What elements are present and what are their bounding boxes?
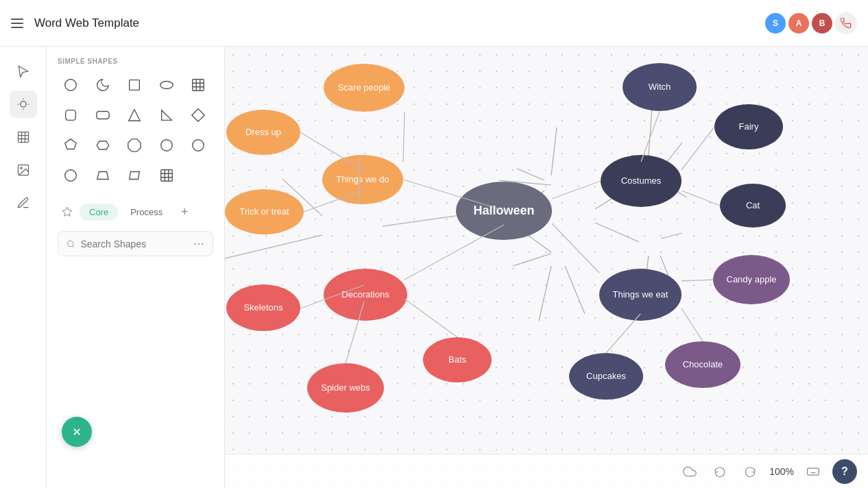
menu-button[interactable] (11, 19, 23, 28)
svg-line-21 (539, 266, 551, 321)
svg-point-11 (193, 140, 204, 151)
node-halloween[interactable]: Halloween (456, 182, 552, 240)
more-options-button[interactable]: ⋯ (193, 237, 204, 250)
node-spider-webs[interactable]: Spider webs (307, 363, 384, 413)
node-cat[interactable]: Cat (720, 184, 786, 228)
bottom-bar: 100% ? (225, 454, 868, 488)
avatar-2[interactable]: A (788, 13, 809, 34)
table-shape[interactable] (185, 72, 211, 98)
svg-rect-7 (193, 80, 204, 91)
svg-rect-13 (161, 170, 173, 182)
svg-line-22 (565, 266, 585, 314)
node-chocolate[interactable]: Chocolate (665, 341, 740, 388)
empty-shape (185, 162, 211, 188)
svg-rect-5 (130, 80, 140, 90)
avatar-1[interactable]: S (765, 13, 786, 34)
tab-process[interactable]: Process (121, 204, 172, 221)
svg-point-10 (161, 140, 173, 151)
cursor-tool[interactable] (10, 58, 37, 85)
node-trick-or-treat[interactable]: Trick or treat (225, 189, 304, 234)
keyboard-icon[interactable] (802, 461, 824, 483)
node-costumes[interactable]: Costumes (601, 155, 682, 207)
avatar-3[interactable]: B (812, 13, 832, 34)
svg-point-14 (68, 241, 73, 246)
undo-button[interactable] (709, 461, 731, 483)
svg-point-6 (160, 82, 173, 89)
svg-rect-9 (96, 112, 108, 119)
help-button[interactable]: ? (832, 459, 857, 484)
node-candy-apple[interactable]: Candy apple (713, 255, 790, 304)
square-shape[interactable] (121, 72, 147, 98)
12gon-shape[interactable] (185, 132, 211, 158)
node-things-we-do[interactable]: Things we do (322, 155, 403, 204)
left-toolbar (0, 47, 47, 488)
fab-button[interactable]: + (62, 417, 92, 447)
frame-tool[interactable] (10, 123, 37, 151)
triangle-shape[interactable] (121, 102, 147, 128)
redo-button[interactable] (739, 461, 761, 483)
shape-tabs: Core Process + (58, 202, 213, 221)
node-witch[interactable]: Witch (623, 63, 697, 111)
parallelogram-shape[interactable] (121, 162, 147, 188)
tab-core[interactable]: Core (80, 204, 118, 221)
svg-rect-51 (808, 468, 819, 475)
hexagon-shape[interactable] (90, 132, 116, 158)
rounded-rect-shape[interactable] (90, 102, 116, 128)
circle-shape[interactable] (58, 72, 84, 98)
page-title: Word Web Template (34, 16, 139, 30)
header: Word Web Template S A B (0, 0, 868, 47)
search-icon (67, 239, 75, 249)
zoom-level: 100% (769, 466, 794, 477)
node-skeletons[interactable]: Skeletons (226, 284, 300, 331)
svg-rect-1 (18, 132, 28, 143)
svg-point-0 (20, 101, 25, 107)
svg-point-3 (20, 167, 21, 169)
node-fairy[interactable]: Fairy (714, 104, 783, 149)
right-triangle-shape[interactable] (154, 102, 180, 128)
star-icon[interactable] (58, 202, 77, 221)
svg-rect-8 (66, 110, 76, 121)
node-bats[interactable]: Bats (423, 337, 492, 382)
call-button[interactable] (835, 12, 857, 34)
shapes-grid (58, 72, 213, 188)
add-tab-button[interactable]: + (175, 202, 194, 221)
section-title: SIMPLE SHAPES (58, 58, 213, 65)
circle2-shape[interactable] (154, 132, 180, 158)
draw-tool[interactable] (10, 189, 37, 217)
oval-shape[interactable] (154, 72, 180, 98)
svg-line-16 (551, 127, 557, 175)
grid-shape[interactable] (154, 162, 180, 188)
svg-line-28 (661, 233, 682, 239)
shapes-tool[interactable] (10, 90, 37, 118)
node-dress-up[interactable]: Dress up (226, 110, 300, 155)
node-decorations[interactable]: Decorations (324, 269, 407, 321)
circle3-shape[interactable] (58, 162, 84, 188)
search-input[interactable] (80, 239, 188, 249)
trapezoid-shape[interactable] (90, 162, 116, 188)
collaborators: S A B (765, 12, 857, 34)
search-bar[interactable]: ⋯ (58, 231, 213, 256)
diamond-shape[interactable] (185, 102, 211, 128)
octagon-shape[interactable] (121, 132, 147, 158)
svg-line-27 (595, 223, 639, 242)
svg-point-12 (65, 170, 77, 182)
svg-point-4 (65, 80, 77, 91)
image-tool[interactable] (10, 156, 37, 184)
node-scare-people[interactable]: Scare people (324, 64, 405, 112)
node-things-we-eat[interactable]: Things we eat (599, 269, 682, 321)
rounded-square-shape[interactable] (58, 102, 84, 128)
node-cupcakes[interactable]: Cupcakes (569, 353, 643, 400)
pentagon-shape[interactable] (58, 132, 84, 158)
svg-line-20 (513, 254, 551, 266)
crescent-shape[interactable] (90, 72, 116, 98)
svg-line-17 (517, 169, 544, 180)
cloud-icon[interactable] (679, 461, 701, 483)
